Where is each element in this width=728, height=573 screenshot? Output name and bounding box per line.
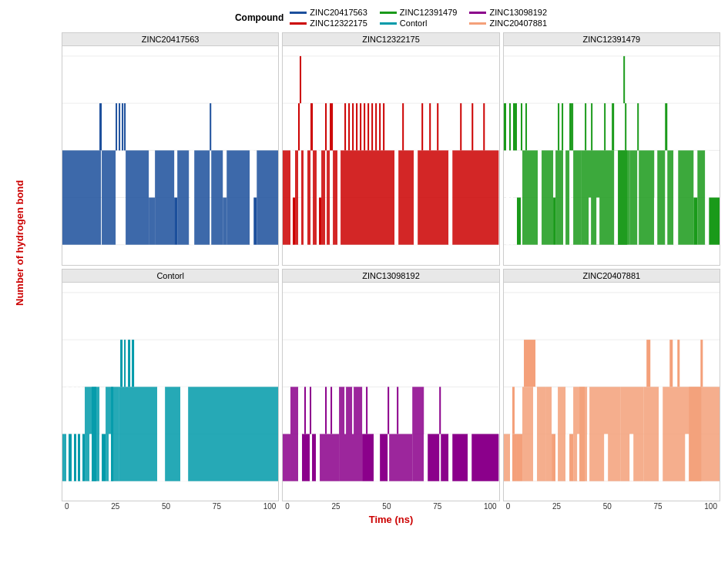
svg-rect-113	[629, 150, 637, 244]
legend-label-2: ZINC13098192	[489, 8, 547, 17]
x-tick: 0	[65, 502, 69, 511]
svg-rect-21	[223, 198, 226, 245]
svg-rect-114	[637, 103, 639, 150]
svg-rect-141	[89, 434, 92, 481]
svg-rect-8	[116, 103, 117, 150]
svg-rect-212	[577, 434, 579, 481]
panel-contorl: Contorl	[62, 269, 279, 502]
svg-rect-37	[301, 150, 304, 244]
panel-plot-1	[62, 46, 278, 265]
svg-rect-47	[330, 103, 331, 150]
panels-grid: ZINC20417563	[62, 32, 720, 501]
panel-title-6: ZINC20407881	[504, 270, 720, 283]
svg-rect-58	[367, 103, 369, 150]
svg-rect-119	[667, 150, 673, 244]
svg-rect-15	[174, 198, 177, 245]
svg-rect-171	[325, 387, 327, 434]
svg-rect-123	[697, 150, 705, 244]
panel-title-2: ZINC12322175	[283, 33, 498, 46]
svg-rect-144	[102, 434, 106, 481]
svg-rect-176	[362, 434, 374, 481]
x-tick: 25	[552, 502, 561, 511]
svg-rect-115	[639, 150, 654, 244]
legend-line-0	[290, 12, 307, 14]
svg-rect-68	[422, 103, 424, 150]
panel-plot-4	[62, 283, 278, 501]
panel-zinc12322175: ZINC12322175	[282, 32, 499, 266]
svg-rect-5	[62, 150, 101, 244]
svg-rect-50	[337, 150, 341, 244]
svg-rect-175	[352, 387, 354, 434]
svg-rect-162	[283, 434, 290, 481]
svg-rect-219	[643, 387, 659, 481]
legend-label-4: Contorl	[400, 18, 427, 28]
panel-title-4: Contorl	[62, 270, 278, 283]
x-tick: 50	[382, 502, 391, 511]
svg-rect-190	[468, 434, 472, 481]
svg-rect-152	[132, 340, 134, 387]
svg-rect-183	[413, 387, 424, 481]
svg-rect-167	[310, 387, 311, 434]
svg-rect-45	[325, 103, 327, 150]
svg-rect-7	[102, 150, 116, 244]
x-tick: 75	[653, 502, 662, 511]
svg-rect-57	[364, 103, 365, 150]
x-tick: 75	[433, 502, 441, 511]
legend-line-3	[290, 22, 307, 25]
svg-rect-201	[516, 434, 522, 481]
svg-rect-188	[449, 434, 453, 481]
legend-item-0: ZINC20417563	[290, 8, 367, 17]
svg-rect-198	[510, 434, 512, 481]
svg-rect-204	[533, 387, 537, 481]
svg-rect-208	[558, 387, 565, 481]
panel-zinc20417563: ZINC20417563	[62, 32, 279, 266]
svg-rect-87	[517, 198, 521, 245]
svg-rect-150	[124, 340, 126, 387]
svg-rect-99	[569, 103, 572, 150]
svg-rect-166	[304, 387, 306, 434]
svg-rect-138	[80, 387, 82, 434]
svg-rect-170	[320, 434, 339, 481]
svg-rect-22	[226, 150, 250, 244]
svg-rect-210	[569, 434, 573, 481]
svg-rect-43	[319, 198, 321, 245]
svg-rect-54	[352, 103, 354, 150]
svg-rect-142	[92, 387, 99, 481]
x-axis-ticks-3: 0 25 50 75 100	[503, 501, 720, 511]
svg-rect-136	[76, 387, 78, 434]
legend-line-5	[469, 22, 486, 25]
svg-rect-225	[685, 434, 689, 481]
svg-rect-185	[428, 434, 440, 481]
panel-title-1: ZINC20417563	[62, 33, 278, 46]
svg-rect-133	[69, 434, 72, 481]
svg-rect-94	[555, 150, 563, 244]
svg-rect-213	[579, 387, 587, 481]
svg-rect-149	[120, 340, 122, 387]
legend-line-1	[380, 12, 397, 14]
x-axis-ticks-2: 0 25 50 75 100	[282, 501, 499, 511]
svg-rect-35	[298, 103, 300, 150]
svg-rect-220	[646, 340, 650, 387]
legend-label-0: ZINC20417563	[310, 8, 367, 17]
legend-title: Compound	[235, 12, 283, 23]
svg-rect-12	[126, 150, 149, 244]
svg-rect-25	[257, 150, 278, 244]
svg-rect-20	[211, 150, 223, 244]
svg-rect-61	[379, 103, 381, 150]
svg-rect-124	[705, 150, 709, 244]
svg-rect-41	[313, 150, 317, 244]
legend-items: ZINC20417563 ZINC12391479 ZINC13098192 Z…	[290, 8, 547, 28]
panel-title-3: ZINC12391479	[504, 33, 720, 46]
svg-rect-111	[623, 56, 625, 103]
legend-item-2: ZINC13098192	[469, 8, 547, 17]
svg-rect-178	[374, 434, 380, 481]
svg-rect-122	[693, 198, 697, 245]
svg-rect-40	[310, 103, 313, 150]
x-tick: 75	[213, 502, 221, 511]
svg-rect-84	[511, 150, 513, 244]
svg-rect-207	[555, 434, 558, 481]
svg-rect-13	[149, 198, 155, 245]
svg-rect-62	[383, 103, 384, 150]
svg-rect-104	[589, 198, 591, 245]
x-axis-ticks-row: 0 25 50 75 100 0 25 50 75 100 0 25 50	[62, 501, 720, 511]
